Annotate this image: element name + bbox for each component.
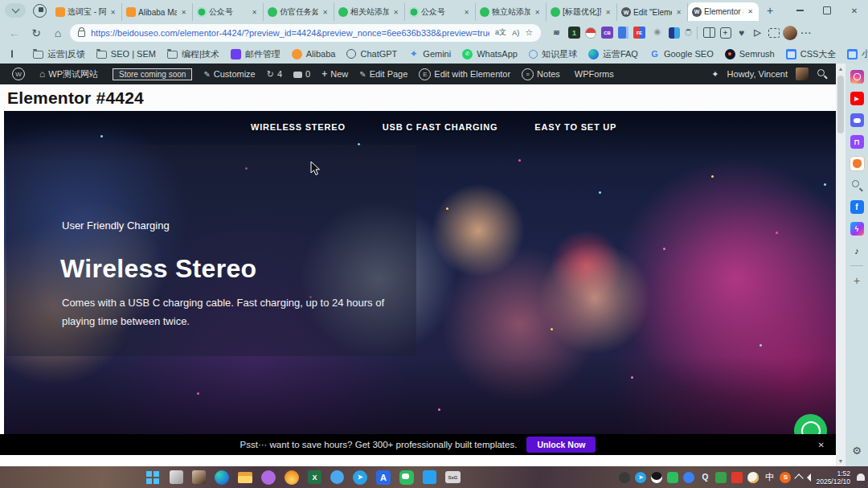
reading-list-icon[interactable]: [11, 50, 13, 58]
tray-wechat-icon[interactable]: [667, 472, 678, 483]
twitch-icon[interactable]: ⊓: [850, 135, 864, 149]
workspaces-icon[interactable]: [33, 4, 47, 18]
split-screen-icon[interactable]: [702, 26, 716, 39]
fox-app-icon[interactable]: [850, 157, 864, 170]
edge-browser-icon[interactable]: [215, 470, 229, 485]
bookmark-item[interactable]: SEO | SEM: [91, 49, 162, 59]
favorite-star-icon[interactable]: ☆: [525, 27, 533, 38]
browser-tab[interactable]: W Elementor # ✕: [688, 2, 759, 21]
browser-tab[interactable]: 公众号 ✕: [405, 3, 476, 21]
start-button[interactable]: [145, 470, 161, 486]
back-button[interactable]: ←: [5, 27, 24, 39]
flame-app-icon[interactable]: [285, 470, 299, 485]
blue-split-extension-icon[interactable]: [669, 27, 680, 39]
bookmark-item[interactable]: ChatGPT: [341, 49, 403, 59]
bookmark-item[interactable]: G Google SEO: [644, 49, 719, 59]
tab-close-icon[interactable]: ✕: [179, 8, 188, 17]
wp-search-icon[interactable]: [817, 68, 828, 80]
comments-count[interactable]: 0: [288, 69, 316, 79]
red-white-circle-extension-icon[interactable]: [585, 27, 596, 39]
bookmark-item[interactable]: CSS大全: [780, 48, 842, 60]
bookmark-item[interactable]: 编程|技术: [162, 48, 225, 60]
wpforms-link[interactable]: WPForms: [566, 69, 620, 79]
home-button[interactable]: ⌂: [48, 27, 68, 39]
contact-app-icon[interactable]: [192, 470, 206, 484]
browser-tab[interactable]: 仿官任务如何 ✕: [264, 3, 334, 21]
tray-telegram-icon[interactable]: ➤: [635, 472, 646, 483]
tab-close-icon[interactable]: ✕: [391, 8, 400, 17]
whatsapp-float-button[interactable]: [794, 414, 827, 434]
tab-close-icon[interactable]: ✕: [108, 8, 117, 17]
page-scrollbar[interactable]: ▲ ▼: [836, 64, 845, 466]
taskbar-clock[interactable]: 1:52 2025/12/10: [816, 470, 850, 486]
facebook-icon[interactable]: f: [850, 200, 864, 214]
tray-green-icon[interactable]: [715, 472, 727, 483]
browser-tab[interactable]: Alibaba Man ✕: [122, 3, 193, 21]
tab-close-icon[interactable]: ✕: [533, 8, 542, 17]
new-tab-button[interactable]: +: [759, 4, 781, 17]
sidebar-add-icon[interactable]: +: [854, 274, 860, 287]
youtube-icon[interactable]: ▶: [850, 92, 864, 105]
customize-link[interactable]: Customize: [198, 69, 260, 79]
promo-close-icon[interactable]: ✕: [818, 441, 825, 449]
url-text[interactable]: https://beidouseo.com/elementor-4424/?pr…: [91, 28, 489, 38]
browser-tab[interactable]: 选词宝 - 阿里 ✕: [51, 3, 122, 21]
bookmark-item[interactable]: 邮件管理: [225, 48, 286, 60]
unlock-now-button[interactable]: Unlock Now: [526, 437, 596, 453]
ime-indicator[interactable]: 中: [764, 472, 775, 483]
notes-link[interactable]: Notes: [516, 68, 566, 80]
tray-duck-icon[interactable]: [747, 472, 759, 483]
bookmark-item[interactable]: Semrush: [719, 49, 780, 59]
browser-tab[interactable]: 独立站添加v ✕: [476, 3, 547, 21]
cat-app-icon[interactable]: [261, 470, 276, 485]
bookmark-item[interactable]: 小辉debug: [841, 48, 868, 60]
blue-notebook-extension-icon[interactable]: [618, 27, 628, 39]
tray-search-icon[interactable]: Q: [699, 472, 710, 483]
file-explorer-icon[interactable]: [238, 472, 252, 483]
a-app-icon[interactable]: A: [376, 470, 391, 485]
scrollbar-thumb[interactable]: [837, 76, 844, 133]
sidebar-settings-gear-icon[interactable]: ⚙: [852, 445, 862, 457]
howdy-text[interactable]: Howdy, Vincent: [727, 69, 788, 79]
wp-user-avatar[interactable]: [796, 68, 809, 80]
tab-close-icon[interactable]: ✕: [674, 8, 683, 17]
messenger-icon[interactable]: ϟ: [850, 222, 864, 236]
tab-close-icon[interactable]: ✕: [250, 8, 259, 17]
browser-tab[interactable]: 公众号 ✕: [193, 3, 264, 21]
tab-close-icon[interactable]: ✕: [604, 8, 612, 17]
updates-count[interactable]: 4: [261, 69, 288, 80]
translate-icon[interactable]: a文: [495, 27, 506, 38]
refresh-button[interactable]: ↻: [27, 27, 46, 39]
address-bar[interactable]: https://beidouseo.com/elementor-4424/?pr…: [70, 24, 541, 42]
tray-browser-icon[interactable]: [683, 472, 694, 483]
widgets-icon[interactable]: [170, 470, 183, 484]
tiktok-icon[interactable]: ♪: [850, 244, 864, 257]
excel-icon[interactable]: X: [308, 470, 321, 484]
bookmark-item[interactable]: ✦ Gemini: [403, 49, 457, 59]
bird-app-icon[interactable]: [330, 470, 344, 484]
green-one-extension-icon[interactable]: 1: [568, 27, 580, 39]
tray-expand-icon[interactable]: [795, 474, 804, 482]
telegram-icon[interactable]: ➤: [353, 470, 367, 485]
tab-close-icon[interactable]: ✕: [746, 7, 755, 16]
edit-page-link[interactable]: Edit Page: [354, 69, 413, 79]
spinner-extension-icon[interactable]: [685, 29, 692, 36]
tab-close-icon[interactable]: ✕: [321, 8, 330, 17]
settings-more-icon[interactable]: ···: [800, 26, 813, 39]
wp-logo-icon[interactable]: [6, 68, 34, 80]
wechat-app-icon[interactable]: [399, 470, 414, 485]
screenshot-icon[interactable]: [767, 26, 780, 39]
bookmark-item[interactable]: Alibaba: [286, 49, 342, 59]
favorites-add-icon[interactable]: +: [719, 26, 732, 39]
bookmark-item[interactable]: 运营FAQ: [583, 48, 644, 60]
hero-nav-link[interactable]: EASY TO SET UP: [534, 122, 616, 132]
sogou-icon[interactable]: S: [780, 472, 791, 483]
browser-tab[interactable]: 相关站添加 ✕: [334, 3, 405, 21]
tab-search-button[interactable]: [5, 3, 26, 18]
scrollbar-down-icon[interactable]: ▼: [836, 458, 845, 464]
bookmark-item[interactable]: 运营|反馈: [27, 48, 91, 60]
site-name[interactable]: WP测试网站: [34, 68, 104, 80]
maximize-button[interactable]: [813, 0, 841, 21]
ai-sparkle-icon[interactable]: ✦: [711, 69, 719, 80]
purple-cb-extension-icon[interactable]: CB: [601, 27, 613, 39]
